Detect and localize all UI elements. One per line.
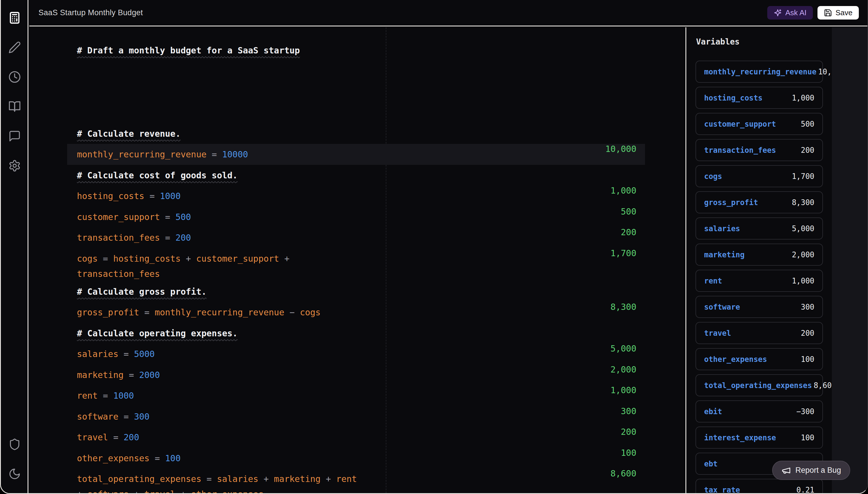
variable-card[interactable]: travel200 <box>695 322 823 344</box>
book-open-icon[interactable] <box>8 100 21 113</box>
code-row[interactable]: transaction_fees = 200200 <box>67 227 645 248</box>
shield-icon[interactable] <box>8 438 21 451</box>
result-value: 200 <box>621 427 636 448</box>
code-line[interactable]: total_operating_expenses = salaries + ma… <box>67 471 645 487</box>
variable-card[interactable]: customer_support500 <box>695 113 823 135</box>
message-icon[interactable] <box>8 130 21 142</box>
variable-value: 300 <box>799 303 814 311</box>
variable-card[interactable]: software300 <box>695 296 823 318</box>
code-row[interactable]: hosting_costs = 10001,000 <box>67 186 645 207</box>
token-number: 500 <box>175 212 191 222</box>
variables-panel: Variables monthly_recurring_revenue10,00… <box>686 27 867 493</box>
comment-text: # Calculate cost of goods sold. <box>67 170 238 180</box>
token-variable: transaction_fees <box>77 269 160 279</box>
token-operator: + <box>186 253 191 264</box>
report-bug-button[interactable]: Report a Bug <box>772 461 850 480</box>
variable-card[interactable]: tax_rate0.21 <box>695 479 823 493</box>
variable-card[interactable]: total_operating_expenses8,600 <box>695 374 823 396</box>
variable-card[interactable]: rent1,000 <box>695 270 823 292</box>
code-line[interactable]: gross_profit = monthly_recurring_revenue… <box>67 307 321 317</box>
code-line[interactable]: cogs = hosting_costs + customer_support … <box>67 251 645 266</box>
comment-row[interactable]: # Calculate operating expenses. <box>67 323 645 344</box>
token-operator: = <box>113 432 118 442</box>
code-line[interactable]: transaction_fees = 200 <box>67 233 191 243</box>
variable-value: 1,000 <box>790 277 814 285</box>
token-variable: hosting_costs <box>113 253 180 264</box>
code-line[interactable]: travel = 200 <box>67 432 139 442</box>
variable-value: −300 <box>794 407 814 416</box>
token-variable: travel <box>77 432 108 442</box>
token-variable: salaries <box>77 349 119 359</box>
code-row[interactable]: salaries = 50005,000 <box>67 343 645 364</box>
variable-value: 5,000 <box>790 224 814 233</box>
editor-area[interactable]: # Draft a monthly budget for a SaaS star… <box>29 27 686 493</box>
code-row[interactable]: software = 300300 <box>67 406 645 427</box>
variable-name: total_operating_expenses <box>704 381 812 390</box>
token-number: 2000 <box>139 370 160 380</box>
token-operator: = <box>207 474 212 484</box>
code-row[interactable]: customer_support = 500500 <box>67 207 645 227</box>
variable-card[interactable]: marketing2,000 <box>695 244 823 266</box>
comment-row[interactable]: # Calculate cost of goods sold. <box>67 165 645 186</box>
code-line[interactable]: salaries = 5000 <box>67 349 155 359</box>
variable-card[interactable]: ebit−300 <box>695 400 823 422</box>
variable-name: rent <box>704 277 722 285</box>
code-row[interactable]: monthly_recurring_revenue = 1000010,000 <box>67 144 645 165</box>
token-number: 200 <box>124 432 139 442</box>
code-line[interactable]: software = 300 <box>67 412 150 422</box>
token-number: 5000 <box>134 349 155 359</box>
code-line[interactable]: rent = 1000 <box>67 391 134 401</box>
calculator-icon[interactable] <box>8 12 21 24</box>
ask-ai-button[interactable]: Ask AI <box>767 6 813 20</box>
variable-name: hosting_costs <box>704 94 763 102</box>
sparkles-icon <box>773 8 782 17</box>
variable-value: 2,000 <box>790 250 814 259</box>
code-row[interactable]: other_expenses = 100100 <box>67 448 645 469</box>
code-line[interactable]: customer_support = 500 <box>67 212 191 222</box>
megaphone-icon <box>781 466 791 475</box>
sidebar-bottom-icons <box>1 438 28 480</box>
clock-icon[interactable] <box>8 71 21 83</box>
variable-name: ebit <box>704 407 722 416</box>
pencil-icon[interactable] <box>8 41 21 54</box>
variable-card[interactable]: other_expenses100 <box>695 348 823 370</box>
code-row[interactable]: cogs = hosting_costs + customer_support … <box>67 248 645 282</box>
variable-card[interactable]: interest_expense100 <box>695 426 823 449</box>
code-line[interactable]: marketing = 2000 <box>67 370 160 380</box>
code-row[interactable]: rent = 10001,000 <box>67 385 645 406</box>
variable-card[interactable]: transaction_fees200 <box>695 139 823 161</box>
variable-card[interactable]: cogs1,700 <box>695 165 823 187</box>
code-row[interactable]: gross_profit = monthly_recurring_revenue… <box>67 302 645 323</box>
token-variable: salaries <box>217 474 259 484</box>
token-variable: rent <box>77 391 98 401</box>
result-value: 10,000 <box>605 144 636 165</box>
code-line[interactable]: monthly_recurring_revenue = 10000 <box>67 149 248 159</box>
comment-row[interactable]: # Calculate revenue. <box>67 123 645 144</box>
variable-name: cogs <box>704 172 722 180</box>
topbar-actions: Ask AI Save <box>767 6 859 20</box>
comment-row[interactable]: # Calculate gross profit. <box>67 281 645 302</box>
code-row[interactable]: total_operating_expenses = salaries + ma… <box>67 469 645 493</box>
code-line[interactable]: + software + travel + other_expenses <box>67 487 645 493</box>
moon-icon[interactable] <box>8 468 21 480</box>
code-line[interactable]: transaction_fees <box>67 266 645 282</box>
code-line[interactable]: hosting_costs = 1000 <box>67 191 180 201</box>
token-variable: travel <box>144 489 175 493</box>
token-number: 1000 <box>113 391 134 401</box>
comment-row[interactable]: # Draft a monthly budget for a SaaS star… <box>67 40 645 61</box>
variable-card[interactable]: monthly_recurring_revenue10,000 <box>695 61 823 83</box>
document-title[interactable]: SaaS Startup Monthly Budget <box>38 8 143 17</box>
code-row[interactable]: marketing = 20002,000 <box>67 364 645 385</box>
variable-name: salaries <box>704 224 740 233</box>
panel-scrollbar-gutter[interactable] <box>832 27 867 493</box>
variable-card[interactable]: gross_profit8,300 <box>695 191 823 213</box>
variable-card[interactable]: salaries5,000 <box>695 217 823 240</box>
code-line[interactable]: other_expenses = 100 <box>67 453 180 463</box>
token-variable: rent <box>336 474 357 484</box>
code-row[interactable]: travel = 200200 <box>67 427 645 448</box>
variable-card[interactable]: hosting_costs1,000 <box>695 87 823 109</box>
save-button[interactable]: Save <box>817 6 859 20</box>
token-variable: software <box>87 489 129 493</box>
settings-icon[interactable] <box>8 159 21 172</box>
token-operator: = <box>129 370 134 380</box>
